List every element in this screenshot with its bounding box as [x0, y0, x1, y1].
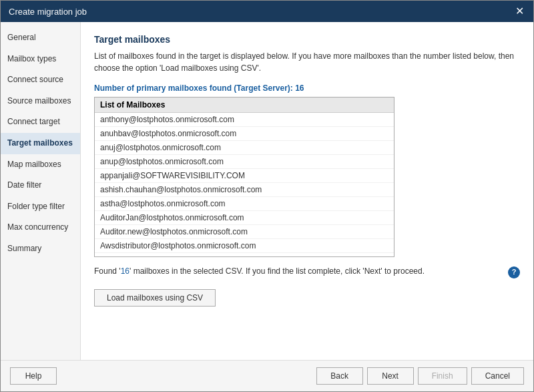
help-button[interactable]: Help	[10, 367, 57, 385]
sidebar-item-connect-target[interactable]: Connect target	[1, 112, 80, 133]
list-item[interactable]: anuhbav@lostphotos.onmicrosoft.com	[95, 127, 394, 141]
sidebar-item-target-mailboxes[interactable]: Target mailboxes	[1, 133, 80, 154]
finish-button[interactable]: Finish	[418, 367, 467, 385]
dialog: Create migration job ✕ General Mailbox t…	[0, 0, 534, 392]
close-button[interactable]: ✕	[514, 6, 525, 17]
primary-count-value: 16	[295, 83, 304, 93]
list-item[interactable]: Awsdistributor@lostphotos.onmicrosoft.co…	[95, 239, 394, 253]
found-message-text: Found '16' mailboxes in the selected CSV…	[94, 265, 503, 278]
section-title: Target mailboxes	[94, 34, 520, 45]
sidebar-item-general[interactable]: General	[1, 27, 80, 49]
list-item[interactable]: appanjali@SOFTWAREVISIBILITY.COM	[95, 169, 394, 183]
load-mailboxes-button[interactable]: Load mailboxes using CSV	[94, 289, 216, 307]
list-item[interactable]: Auditor.new@lostphotos.onmicrosoft.com	[95, 225, 394, 239]
found-message: Found '16' mailboxes in the selected CSV…	[94, 265, 520, 278]
back-button[interactable]: Back	[316, 367, 363, 385]
list-item[interactable]: anuj@lostphotos.onmicrosoft.com	[95, 141, 394, 155]
sidebar-item-map-mailboxes[interactable]: Map mailboxes	[1, 154, 80, 176]
list-item[interactable]: anthony@lostphotos.onmicrosoft.com	[95, 113, 394, 127]
mailbox-list[interactable]: List of Mailboxes anthony@lostphotos.onm…	[94, 97, 394, 257]
list-item[interactable]: anup@lostphotos.onmicrosoft.com	[95, 155, 394, 169]
primary-count: Number of primary mailboxes found (Targe…	[94, 83, 520, 93]
list-item[interactable]: AuditorJan@lostphotos.onmicrosoft.com	[95, 211, 394, 225]
sidebar-item-date-filter[interactable]: Date filter	[1, 175, 80, 196]
cancel-button[interactable]: Cancel	[471, 367, 524, 385]
sidebar-item-folder-type-filter[interactable]: Folder type filter	[1, 196, 80, 218]
mailbox-list-items: anthony@lostphotos.onmicrosoft.comanuhba…	[95, 113, 394, 257]
found-suffix: ' mailboxes in the selected CSV. If you …	[129, 266, 425, 276]
list-item[interactable]: axton.client11@lostphotos.onmicrosoft.co…	[95, 253, 394, 257]
footer: Help Back Next Finish Cancel	[1, 360, 533, 391]
footer-left: Help	[10, 367, 57, 385]
found-count: 16	[121, 266, 129, 276]
next-button[interactable]: Next	[367, 367, 414, 385]
sidebar-item-source-mailboxes[interactable]: Source mailboxes	[1, 91, 80, 112]
dialog-title: Create migration job	[9, 7, 87, 17]
help-icon[interactable]: ?	[508, 266, 520, 278]
list-header: List of Mailboxes	[95, 97, 394, 113]
found-prefix: Found '	[94, 266, 121, 276]
sidebar-item-summary[interactable]: Summary	[1, 238, 80, 260]
list-item[interactable]: ashish.chauhan@lostphotos.onmicrosoft.co…	[95, 183, 394, 197]
dialog-body: General Mailbox types Connect source Sou…	[1, 22, 533, 360]
sidebar-item-max-concurrency[interactable]: Max concurrency	[1, 217, 80, 238]
section-description: List of mailboxes found in the target is…	[94, 50, 520, 74]
sidebar-item-connect-source[interactable]: Connect source	[1, 69, 80, 91]
title-bar: Create migration job ✕	[1, 1, 533, 22]
main-content: Target mailboxes List of mailboxes found…	[81, 22, 533, 360]
sidebar: General Mailbox types Connect source Sou…	[1, 22, 81, 360]
footer-right: Back Next Finish Cancel	[316, 367, 524, 385]
sidebar-item-mailbox-types[interactable]: Mailbox types	[1, 49, 80, 70]
list-item[interactable]: astha@lostphotos.onmicrosoft.com	[95, 197, 394, 211]
